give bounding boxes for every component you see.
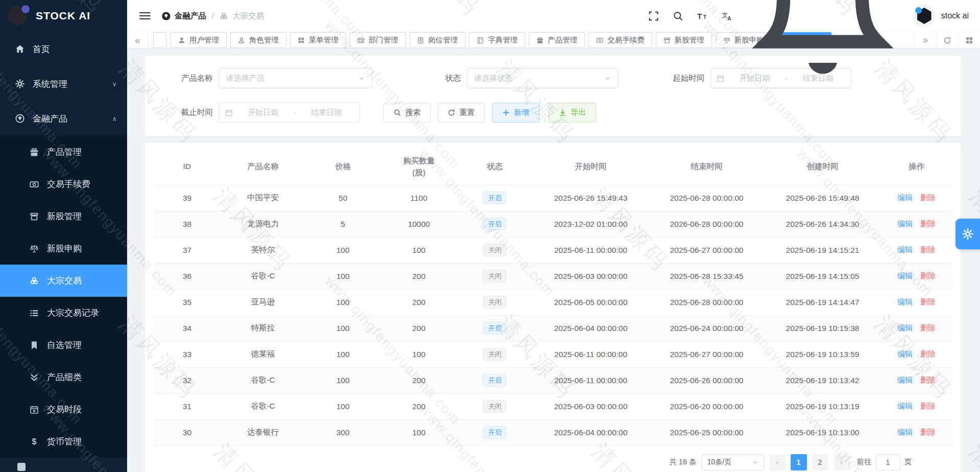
delete-link[interactable]: 删除	[920, 193, 936, 202]
edit-link[interactable]: 编辑	[897, 428, 913, 436]
breadcrumb-main: 金融产品	[175, 11, 206, 21]
status-select[interactable]: 请选择状态	[467, 68, 618, 88]
settings-fab[interactable]	[955, 219, 980, 249]
cell-end-time: 2026-06-28 00:00:00	[649, 211, 765, 237]
sidebar-item-diamond[interactable]: 金融产品∧	[0, 101, 127, 136]
edit-link[interactable]: 编辑	[897, 323, 913, 332]
user-menu[interactable]: stock ai	[913, 5, 969, 27]
goto-page-input[interactable]: 1	[876, 454, 900, 470]
search-button[interactable]: 搜索	[383, 103, 431, 123]
sidebar-subitem-8[interactable]: 产品细类	[0, 361, 127, 393]
cell-price: 100	[305, 315, 381, 341]
cell-start-time: 2025-06-04 00:00:00	[533, 315, 649, 341]
sidebar-subitem-7[interactable]: 自选管理	[0, 329, 127, 361]
tab-label: 字典管理	[488, 35, 518, 45]
page-button-1[interactable]: 1	[791, 454, 807, 470]
sidebar-subitem-10[interactable]: $货币管理	[0, 426, 127, 458]
cell-status: 开启	[457, 419, 533, 445]
page-content: 产品名称 请选择产品 状态 请选择状态 起始时间 开始日期 - 结束日期	[127, 49, 980, 472]
sidebar-subitem-9[interactable]: 交易时段	[0, 393, 127, 426]
sidebar-item-home[interactable]: 首页	[0, 32, 127, 66]
sidebar-submenu: 产品管理交易手续费新股管理新股申购大宗交易大宗交易记录自选管理产品细类交易时段$…	[0, 136, 127, 458]
tab-1[interactable]: 用户管理	[170, 32, 227, 48]
badge-icon	[417, 37, 424, 44]
sidebar-collapse-icon[interactable]	[139, 11, 151, 20]
delete-link[interactable]: 删除	[920, 375, 936, 384]
cell-product-name: 亚马逊	[221, 289, 305, 315]
product-select[interactable]: 请选择产品	[219, 68, 372, 88]
cell-price: 100	[305, 263, 381, 289]
edit-link[interactable]: 编辑	[897, 219, 913, 228]
top-header: 金融产品 / 大宗交易 TT 文A stock ai	[127, 0, 980, 32]
edit-link[interactable]: 编辑	[897, 297, 913, 306]
edit-link[interactable]: 编辑	[897, 375, 913, 384]
sidebar-subitem-label: 产品细类	[47, 371, 82, 383]
edit-link[interactable]: 编辑	[897, 193, 913, 202]
sidebar-subitem-3[interactable]: 新股管理	[0, 200, 127, 232]
cell-quantity: 200	[381, 315, 457, 341]
chevron-down-icon	[604, 75, 611, 82]
cell-created-time: 2025-06-19 14:14:47	[765, 289, 880, 315]
list-icon	[30, 309, 39, 318]
edit-link[interactable]: 编辑	[897, 402, 913, 410]
cell-id: 36	[153, 263, 221, 289]
tab-8[interactable]: 交易手续费	[589, 32, 652, 48]
search-icon[interactable]	[673, 11, 683, 21]
finance-badge-icon	[162, 12, 170, 20]
cell-product-name: 谷歌-C	[221, 393, 305, 419]
tab-label: 部门管理	[369, 35, 398, 45]
page-size-select[interactable]: 10条/页	[702, 454, 764, 470]
sidebar-subitem-5[interactable]: 大宗交易	[0, 265, 127, 297]
delete-link[interactable]: 删除	[920, 349, 936, 358]
notification-bell-icon[interactable]	[746, 0, 899, 92]
tab-partial[interactable]	[153, 32, 167, 48]
page-button-2[interactable]: 2	[812, 454, 828, 470]
translate-icon[interactable]: 文A	[722, 11, 732, 21]
tab-5[interactable]: 岗位管理	[409, 32, 465, 48]
delete-link[interactable]: 删除	[920, 219, 936, 228]
delete-link[interactable]: 删除	[920, 428, 936, 436]
next-page-button[interactable]: ›	[834, 454, 850, 470]
cell-actions: 编辑删除	[880, 341, 952, 367]
export-button[interactable]: 导出	[549, 103, 596, 123]
delete-link[interactable]: 删除	[920, 402, 936, 410]
cell-actions: 编辑删除	[880, 211, 952, 237]
prev-page-button[interactable]: ‹	[769, 454, 786, 470]
table-row: 32谷歌-C100200开启2025-06-11 00:00:002025-06…	[153, 367, 952, 393]
cell-quantity: 100	[381, 419, 457, 445]
cell-created-time: 2025-06-19 10:13:59	[765, 341, 880, 367]
add-button[interactable]: 新增	[492, 103, 540, 123]
sidebar-item-gear[interactable]: 系统管理∨	[0, 66, 127, 101]
edit-link[interactable]: 编辑	[897, 349, 913, 358]
reset-button[interactable]: 重置	[437, 103, 485, 123]
sidebar-subitem-6[interactable]: 大宗交易记录	[0, 297, 127, 329]
tab-7[interactable]: 产品管理	[529, 32, 585, 48]
delete-link[interactable]: 删除	[920, 271, 936, 280]
delete-link[interactable]: 删除	[920, 245, 936, 254]
svg-text:A: A	[727, 15, 731, 21]
delete-link[interactable]: 删除	[920, 323, 936, 332]
delete-link[interactable]: 删除	[920, 297, 936, 306]
cell-end-time: 2025-06-28 00:00:00	[649, 185, 765, 211]
breadcrumb-separator: /	[212, 11, 214, 20]
goto-prefix: 前往	[857, 457, 872, 467]
refresh-tab-button[interactable]	[936, 32, 958, 48]
tab-4[interactable]: 部门管理	[350, 32, 406, 48]
tab-label: 交易手续费	[607, 35, 645, 45]
end-date-range-input[interactable]: 开始日期 - 结束日期	[219, 102, 360, 123]
sidebar-subitem-4[interactable]: 新股申购	[0, 232, 127, 265]
sidebar-subitem-2[interactable]: 交易手续费	[0, 168, 127, 200]
tabs-scroll-right-button[interactable]: »	[914, 32, 936, 48]
scales-icon	[30, 244, 39, 253]
tabs-menu-button[interactable]	[958, 32, 980, 48]
edit-link[interactable]: 编辑	[897, 271, 913, 280]
font-size-icon[interactable]: TT	[697, 11, 708, 21]
edit-link[interactable]: 编辑	[897, 245, 913, 254]
fullscreen-icon[interactable]	[648, 11, 659, 21]
tab-9[interactable]: 新股管理	[656, 32, 712, 48]
tab-2[interactable]: 角色管理	[230, 32, 286, 48]
tab-6[interactable]: 字典管理	[469, 32, 525, 48]
sidebar-subitem-1[interactable]: 产品管理	[0, 136, 127, 168]
tab-3[interactable]: 菜单管理	[290, 32, 346, 48]
tabs-scroll-left-button[interactable]: «	[127, 32, 149, 48]
